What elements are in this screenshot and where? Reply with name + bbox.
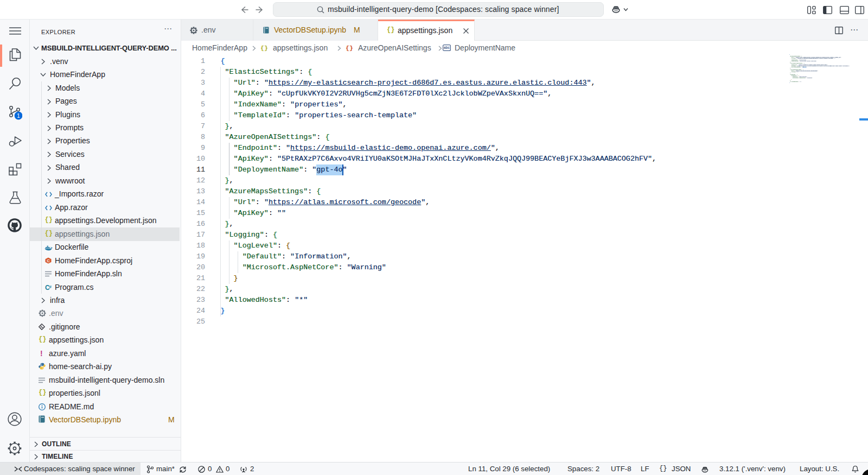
svg-text:1: 1 — [17, 112, 20, 119]
svg-text:C: C — [47, 258, 50, 263]
svg-text:abc: abc — [444, 46, 450, 49]
svg-text:#: # — [49, 284, 52, 289]
